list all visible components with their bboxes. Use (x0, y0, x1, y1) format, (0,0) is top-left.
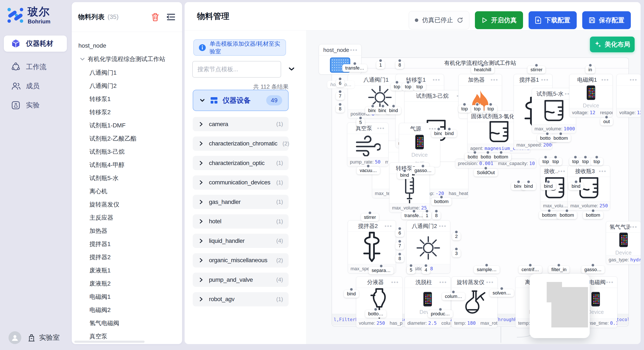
template-category-characterization_optic[interactable]: characterization_optic(1) (193, 156, 288, 170)
port-bottom[interactable]: bottom (431, 198, 452, 205)
port-SolidOut[interactable]: SolidOut (474, 169, 498, 176)
port-7[interactable]: 7 (336, 92, 344, 100)
port-stirrer[interactable]: stirrer (528, 66, 546, 74)
node-stirrer-2[interactable]: 搅拌器2•••max_speed:2000 (348, 220, 396, 273)
port-botto[interactable]: botto… (365, 310, 386, 318)
node-menu-icon[interactable]: ••• (439, 223, 446, 229)
template-category-gas_handler[interactable]: gas_handler(1) (193, 195, 288, 209)
node-solenoid-valve-1[interactable]: 电磁阀1•••Devicevoltage:12response_time:0.1 (569, 74, 613, 117)
tree-item[interactable]: 搅拌器1 (90, 239, 111, 249)
port-8[interactable]: 8 (396, 61, 404, 69)
port-top[interactable]: top (579, 158, 592, 166)
template-category-pump_and_valve[interactable]: pump_and_valve(4) (193, 273, 288, 287)
node-elution-column[interactable]: 洗脱柱•••Devicediameter:2.5column_type:si (405, 276, 451, 328)
node-separator[interactable]: 分液器•••volume:250has_phases:true (356, 276, 402, 328)
port-gasso[interactable]: gasso… (582, 266, 604, 273)
port-out[interactable]: out (600, 118, 613, 126)
port-6[interactable]: 6 (396, 229, 404, 237)
delete-icon[interactable] (150, 12, 160, 22)
port-top[interactable]: top (391, 83, 403, 91)
port-bottom[interactable]: bottom (583, 211, 603, 219)
save-config-button[interactable]: 保存配置 (582, 11, 631, 29)
port-separa[interactable]: separa… (369, 267, 394, 274)
port-6[interactable]: 6 (336, 80, 344, 87)
tree-item-host-node[interactable]: host_node (78, 41, 106, 50)
port-5[interactable]: 5 (356, 119, 365, 126)
port-in[interactable]: in (586, 66, 595, 74)
port-5[interactable]: 5 (407, 266, 415, 274)
tree-item[interactable]: 氢气电磁阀 (90, 319, 119, 328)
port-top[interactable]: top (471, 105, 484, 113)
port-bottom[interactable]: bottom (491, 153, 511, 161)
refresh-icon[interactable] (457, 17, 463, 23)
tree-item[interactable]: 搅拌器2 (90, 253, 111, 262)
port-bind[interactable]: bind (568, 182, 584, 190)
port-bind[interactable]: bind (397, 172, 412, 179)
node-menu-icon[interactable]: ••• (433, 77, 440, 83)
node-menu-icon[interactable]: ••• (391, 279, 399, 286)
node-menu-icon[interactable]: ••• (602, 77, 609, 83)
tree-item[interactable]: 废液瓶2 (90, 279, 111, 288)
port-sample[interactable]: sample… (474, 266, 500, 273)
port-top[interactable]: top (458, 105, 471, 113)
avatar[interactable] (8, 331, 21, 344)
port-bottom[interactable]: bottom (557, 211, 577, 219)
port-filter_in[interactable]: filter_in (548, 266, 570, 273)
node-menu-icon[interactable]: ••• (606, 279, 614, 286)
port-solven[interactable]: solven… (490, 289, 514, 297)
node-menu-icon[interactable]: ••• (384, 223, 392, 229)
port-8[interactable]: 8 (336, 105, 344, 113)
node-menu-icon[interactable]: ••• (541, 77, 549, 83)
port-1[interactable]: 1 (376, 61, 385, 69)
tree-item[interactable]: 转移泵2 (90, 108, 111, 117)
node-h2-gas-source[interactable]: 氢气气源•••Devicegas_type:hydrogenmax_pre… (606, 221, 640, 265)
port-bottom[interactable]: bottom (539, 211, 559, 219)
node-menu-icon[interactable]: ••• (486, 279, 494, 286)
tree-item[interactable]: 转移泵1 (90, 94, 111, 104)
port-top[interactable]: top (413, 83, 426, 91)
node-menu-icon[interactable]: ••• (439, 279, 447, 286)
lab-entry[interactable]: 实验室 (27, 333, 60, 342)
node-canvas[interactable]: 有机化学流程综合测试工作站 l,FilterProtocol,CleanVess… (306, 30, 640, 344)
port-bind[interactable]: bind (344, 290, 359, 298)
port-7[interactable]: 7 (396, 242, 404, 250)
sidebar-item-experiment[interactable]: 实验 (4, 97, 67, 113)
sidebar-item-members[interactable]: 成员 (4, 78, 67, 94)
node-menu-icon[interactable]: ••• (377, 125, 385, 132)
tree-item[interactable]: 试剂瓶4-甲醇 (90, 160, 124, 170)
tree-item[interactable]: 真空泵 (90, 332, 107, 340)
tree-item-workstation[interactable]: 有机化学流程综合测试工作站 (79, 54, 165, 64)
port-colum[interactable]: colum… (442, 293, 465, 300)
port-stirrer[interactable]: stirrer (361, 213, 379, 221)
tree-item[interactable]: 旋转蒸发仪 (90, 200, 119, 209)
template-category-hotel[interactable]: hotel(1) (193, 214, 288, 229)
port-centrif[interactable]: centrif… (518, 266, 542, 273)
tree-item[interactable]: 离心机 (90, 187, 107, 196)
node-menu-icon[interactable]: ••• (491, 77, 498, 83)
template-category-camera[interactable]: camera(1) (193, 117, 288, 131)
port-top[interactable]: top (550, 158, 562, 166)
node-menu-icon[interactable]: ••• (630, 77, 638, 83)
category-instruments[interactable]: 仪器设备 49 (193, 90, 288, 111)
port-bind[interactable]: bind (386, 107, 401, 114)
port-1[interactable]: 1 (423, 212, 431, 219)
port-3[interactable]: 3 (452, 250, 461, 257)
port-bind[interactable]: bind (541, 182, 556, 190)
start-simulation-button[interactable]: 开启仿真 (475, 11, 523, 29)
tree-item[interactable]: 加热器 (90, 226, 107, 236)
port-vacuu[interactable]: vacuu… (357, 167, 380, 174)
chevron-down-icon[interactable] (79, 55, 86, 63)
download-config-button[interactable]: 下载配置 (528, 11, 577, 29)
node-rotavap[interactable]: 旋转蒸发仪•••temp:180max_rotation_speed (452, 276, 498, 328)
tree-item[interactable]: 电磁阀2 (90, 305, 111, 315)
port-bind[interactable]: bind (442, 130, 457, 137)
tree-item[interactable]: 试剂瓶3-己烷 (90, 147, 124, 157)
sidebar-item-instruments[interactable]: 仪器耗材 (4, 35, 67, 52)
tree-item[interactable]: 八通阀门2 (90, 81, 117, 91)
port-bottom[interactable]: bottom (550, 134, 571, 142)
template-category-robot_agv[interactable]: robot_agv(1) (193, 292, 288, 306)
collapse-all-icon[interactable] (287, 65, 296, 73)
tree-item[interactable]: 废液瓶1 (90, 266, 111, 275)
port-top[interactable]: top (590, 158, 603, 166)
tree-item[interactable]: 试剂瓶1-DMF (90, 121, 126, 130)
